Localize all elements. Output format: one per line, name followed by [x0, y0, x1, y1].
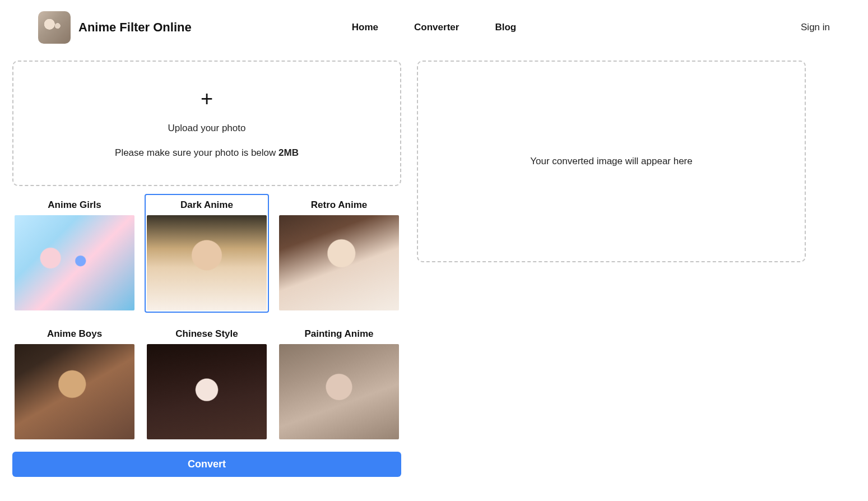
style-card[interactable]: Anime Boys — [12, 323, 137, 442]
output-placeholder: Your converted image will appear here — [530, 156, 693, 167]
style-label: Anime Boys — [15, 325, 134, 344]
style-card[interactable]: Chinese Style — [145, 323, 269, 442]
main-content: + Upload your photo Please make sure you… — [0, 55, 868, 488]
left-column: + Upload your photo Please make sure you… — [12, 61, 401, 477]
right-column: Your converted image will appear here — [417, 61, 806, 262]
nav-blog[interactable]: Blog — [495, 22, 516, 33]
style-card[interactable]: Painting Anime — [277, 323, 401, 442]
upload-note-prefix: Please make sure your photo is below — [115, 147, 278, 158]
nav-home[interactable]: Home — [352, 22, 378, 33]
style-card[interactable]: Dark Anime — [145, 194, 269, 313]
style-thumbnail — [279, 215, 399, 310]
style-thumbnail — [15, 215, 134, 310]
style-label: Painting Anime — [279, 325, 399, 344]
style-label: Chinese Style — [147, 325, 267, 344]
style-card[interactable]: Anime Girls — [12, 194, 137, 313]
upload-note: Please make sure your photo is below 2MB — [115, 147, 299, 159]
style-thumbnail — [147, 215, 267, 310]
upload-prompt: Upload your photo — [168, 123, 246, 134]
convert-button[interactable]: Convert — [12, 452, 401, 477]
logo-image — [38, 11, 71, 44]
styles-grid: Anime GirlsDark AnimeRetro AnimeAnime Bo… — [12, 194, 401, 442]
style-thumbnail — [15, 344, 134, 439]
style-label: Dark Anime — [147, 196, 267, 215]
style-label: Retro Anime — [279, 196, 399, 215]
site-title: Anime Filter Online — [78, 20, 192, 35]
output-box: Your converted image will appear here — [417, 61, 806, 262]
main-nav: Home Converter Blog — [352, 22, 516, 33]
upload-dropzone[interactable]: + Upload your photo Please make sure you… — [12, 61, 401, 186]
style-label: Anime Girls — [15, 196, 134, 215]
plus-icon: + — [201, 88, 213, 109]
style-card[interactable]: Retro Anime — [277, 194, 401, 313]
signin-link[interactable]: Sign in — [801, 22, 830, 33]
style-thumbnail — [147, 344, 267, 439]
header: Anime Filter Online Home Converter Blog … — [0, 0, 868, 55]
style-thumbnail — [279, 344, 399, 439]
nav-converter[interactable]: Converter — [414, 22, 459, 33]
logo-block[interactable]: Anime Filter Online — [38, 11, 192, 44]
upload-size-limit: 2MB — [278, 147, 299, 158]
